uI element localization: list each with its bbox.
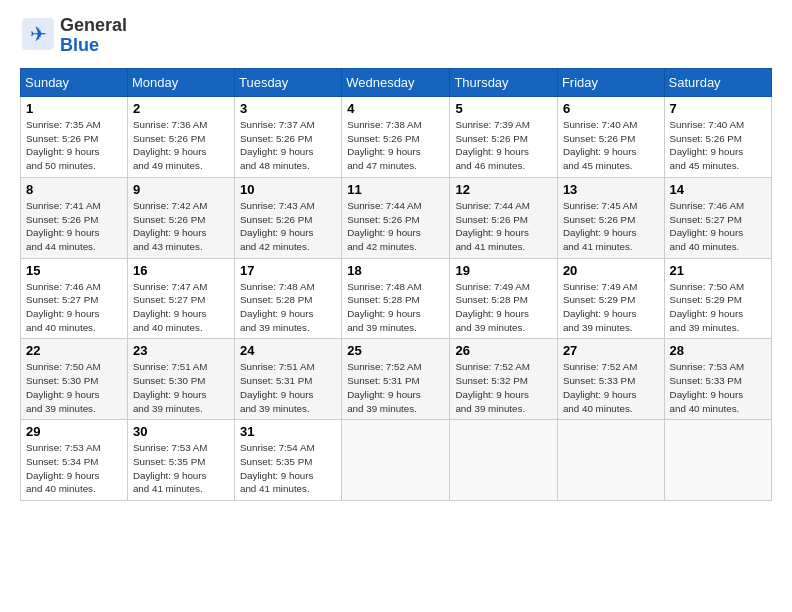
- daylight-label: Daylight: 9 hours: [26, 389, 100, 400]
- day-number: 30: [133, 424, 229, 439]
- daylight-minutes: and 47 minutes.: [347, 160, 417, 171]
- day-info: Sunrise: 7:39 AM Sunset: 5:26 PM Dayligh…: [455, 118, 551, 173]
- weekday-header: Monday: [127, 69, 234, 97]
- daylight-minutes: and 43 minutes.: [133, 241, 203, 252]
- day-info: Sunrise: 7:52 AM Sunset: 5:33 PM Dayligh…: [563, 360, 659, 415]
- day-number: 12: [455, 182, 551, 197]
- daylight-minutes: and 41 minutes.: [455, 241, 525, 252]
- calendar-cell: 26 Sunrise: 7:52 AM Sunset: 5:32 PM Dayl…: [450, 339, 557, 420]
- daylight-label: Daylight: 9 hours: [670, 146, 744, 157]
- daylight-label: Daylight: 9 hours: [455, 146, 529, 157]
- sunset-label: Sunset: 5:26 PM: [240, 133, 312, 144]
- sunrise-label: Sunrise: 7:44 AM: [455, 200, 530, 211]
- day-number: 4: [347, 101, 444, 116]
- daylight-label: Daylight: 9 hours: [240, 389, 314, 400]
- logo-line1: General: [60, 16, 127, 36]
- sunset-label: Sunset: 5:26 PM: [133, 133, 205, 144]
- day-number: 1: [26, 101, 122, 116]
- sunrise-label: Sunrise: 7:35 AM: [26, 119, 101, 130]
- day-number: 25: [347, 343, 444, 358]
- sunrise-label: Sunrise: 7:49 AM: [563, 281, 638, 292]
- calendar-cell: 28 Sunrise: 7:53 AM Sunset: 5:33 PM Dayl…: [664, 339, 771, 420]
- day-info: Sunrise: 7:53 AM Sunset: 5:33 PM Dayligh…: [670, 360, 766, 415]
- sunrise-label: Sunrise: 7:44 AM: [347, 200, 422, 211]
- logo: ✈ General Blue: [20, 16, 127, 56]
- day-number: 27: [563, 343, 659, 358]
- calendar-cell: 6 Sunrise: 7:40 AM Sunset: 5:26 PM Dayli…: [557, 97, 664, 178]
- calendar-cell: 17 Sunrise: 7:48 AM Sunset: 5:28 PM Dayl…: [234, 258, 341, 339]
- sunset-label: Sunset: 5:27 PM: [26, 294, 98, 305]
- calendar-cell: 27 Sunrise: 7:52 AM Sunset: 5:33 PM Dayl…: [557, 339, 664, 420]
- sunset-label: Sunset: 5:26 PM: [455, 133, 527, 144]
- calendar-cell: 30 Sunrise: 7:53 AM Sunset: 5:35 PM Dayl…: [127, 420, 234, 501]
- sunset-label: Sunset: 5:26 PM: [26, 214, 98, 225]
- calendar-cell: [664, 420, 771, 501]
- daylight-minutes: and 44 minutes.: [26, 241, 96, 252]
- day-number: 31: [240, 424, 336, 439]
- day-number: 16: [133, 263, 229, 278]
- sunset-label: Sunset: 5:31 PM: [347, 375, 419, 386]
- day-info: Sunrise: 7:53 AM Sunset: 5:34 PM Dayligh…: [26, 441, 122, 496]
- sunset-label: Sunset: 5:34 PM: [26, 456, 98, 467]
- sunrise-label: Sunrise: 7:53 AM: [26, 442, 101, 453]
- calendar-week-row: 8 Sunrise: 7:41 AM Sunset: 5:26 PM Dayli…: [21, 177, 772, 258]
- day-info: Sunrise: 7:49 AM Sunset: 5:28 PM Dayligh…: [455, 280, 551, 335]
- day-number: 24: [240, 343, 336, 358]
- day-info: Sunrise: 7:45 AM Sunset: 5:26 PM Dayligh…: [563, 199, 659, 254]
- sunrise-label: Sunrise: 7:53 AM: [670, 361, 745, 372]
- sunrise-label: Sunrise: 7:52 AM: [347, 361, 422, 372]
- sunset-label: Sunset: 5:32 PM: [455, 375, 527, 386]
- sunrise-label: Sunrise: 7:40 AM: [670, 119, 745, 130]
- daylight-minutes: and 49 minutes.: [133, 160, 203, 171]
- calendar-cell: 14 Sunrise: 7:46 AM Sunset: 5:27 PM Dayl…: [664, 177, 771, 258]
- weekday-header: Wednesday: [342, 69, 450, 97]
- day-number: 26: [455, 343, 551, 358]
- day-number: 21: [670, 263, 766, 278]
- day-number: 14: [670, 182, 766, 197]
- day-number: 17: [240, 263, 336, 278]
- sunset-label: Sunset: 5:30 PM: [133, 375, 205, 386]
- daylight-minutes: and 39 minutes.: [347, 403, 417, 414]
- day-info: Sunrise: 7:51 AM Sunset: 5:30 PM Dayligh…: [133, 360, 229, 415]
- day-info: Sunrise: 7:51 AM Sunset: 5:31 PM Dayligh…: [240, 360, 336, 415]
- sunrise-label: Sunrise: 7:47 AM: [133, 281, 208, 292]
- daylight-label: Daylight: 9 hours: [133, 470, 207, 481]
- day-number: 20: [563, 263, 659, 278]
- daylight-label: Daylight: 9 hours: [455, 227, 529, 238]
- sunrise-label: Sunrise: 7:37 AM: [240, 119, 315, 130]
- daylight-label: Daylight: 9 hours: [240, 146, 314, 157]
- logo-line2: Blue: [60, 36, 127, 56]
- daylight-minutes: and 40 minutes.: [563, 403, 633, 414]
- daylight-label: Daylight: 9 hours: [26, 308, 100, 319]
- daylight-minutes: and 50 minutes.: [26, 160, 96, 171]
- daylight-minutes: and 40 minutes.: [26, 483, 96, 494]
- daylight-label: Daylight: 9 hours: [563, 146, 637, 157]
- calendar-cell: 12 Sunrise: 7:44 AM Sunset: 5:26 PM Dayl…: [450, 177, 557, 258]
- daylight-label: Daylight: 9 hours: [455, 389, 529, 400]
- day-number: 15: [26, 263, 122, 278]
- daylight-minutes: and 39 minutes.: [455, 322, 525, 333]
- daylight-label: Daylight: 9 hours: [240, 227, 314, 238]
- daylight-minutes: and 45 minutes.: [563, 160, 633, 171]
- calendar-week-row: 22 Sunrise: 7:50 AM Sunset: 5:30 PM Dayl…: [21, 339, 772, 420]
- calendar-cell: 8 Sunrise: 7:41 AM Sunset: 5:26 PM Dayli…: [21, 177, 128, 258]
- daylight-minutes: and 40 minutes.: [26, 322, 96, 333]
- day-number: 9: [133, 182, 229, 197]
- sunrise-label: Sunrise: 7:48 AM: [347, 281, 422, 292]
- daylight-minutes: and 39 minutes.: [347, 322, 417, 333]
- calendar-week-row: 1 Sunrise: 7:35 AM Sunset: 5:26 PM Dayli…: [21, 97, 772, 178]
- daylight-label: Daylight: 9 hours: [563, 227, 637, 238]
- day-info: Sunrise: 7:44 AM Sunset: 5:26 PM Dayligh…: [455, 199, 551, 254]
- calendar-cell: 18 Sunrise: 7:48 AM Sunset: 5:28 PM Dayl…: [342, 258, 450, 339]
- day-info: Sunrise: 7:52 AM Sunset: 5:32 PM Dayligh…: [455, 360, 551, 415]
- daylight-minutes: and 39 minutes.: [26, 403, 96, 414]
- logo-icon: ✈: [20, 16, 56, 56]
- calendar-cell: 24 Sunrise: 7:51 AM Sunset: 5:31 PM Dayl…: [234, 339, 341, 420]
- calendar-cell: 19 Sunrise: 7:49 AM Sunset: 5:28 PM Dayl…: [450, 258, 557, 339]
- daylight-minutes: and 42 minutes.: [240, 241, 310, 252]
- day-info: Sunrise: 7:41 AM Sunset: 5:26 PM Dayligh…: [26, 199, 122, 254]
- day-info: Sunrise: 7:36 AM Sunset: 5:26 PM Dayligh…: [133, 118, 229, 173]
- calendar-cell: 21 Sunrise: 7:50 AM Sunset: 5:29 PM Dayl…: [664, 258, 771, 339]
- day-number: 6: [563, 101, 659, 116]
- day-info: Sunrise: 7:43 AM Sunset: 5:26 PM Dayligh…: [240, 199, 336, 254]
